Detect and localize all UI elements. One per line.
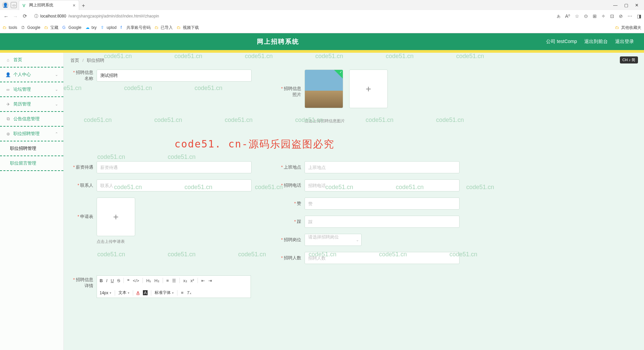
other-bookmarks[interactable]: 🗀其他收藏夹 xyxy=(615,25,641,31)
strike-button[interactable]: S xyxy=(117,278,120,283)
bookmark-google2[interactable]: GGoogle xyxy=(62,25,82,30)
close-tab-icon[interactable]: × xyxy=(73,3,75,8)
more-icon[interactable]: ⋯ xyxy=(628,13,632,19)
user-label[interactable]: 公司 testComp xyxy=(546,39,577,45)
star-icon[interactable]: ✧ xyxy=(601,13,605,19)
bookmark-video[interactable]: 🗀视频下载 xyxy=(177,25,199,31)
favorite-icon[interactable]: ☆ xyxy=(575,13,579,19)
new-tab-button[interactable]: + xyxy=(79,1,88,10)
underline-button[interactable]: U xyxy=(111,278,114,283)
outdent-button[interactable]: ⇥ xyxy=(208,278,212,283)
nav-bar: ← → ⟳ ⓘ localhost:8080/wangshangzaopinj/… xyxy=(0,10,644,22)
home-icon: ⌂ xyxy=(5,57,11,62)
align-button[interactable]: ≡ xyxy=(181,290,183,295)
dislike-label: 踩 xyxy=(278,219,305,225)
bookmark-uplod[interactable]: ⇧uplod xyxy=(101,25,116,30)
like-input[interactable] xyxy=(305,198,460,210)
browser-tab[interactable]: V 网上招聘系统 × xyxy=(19,0,79,10)
like-label: 赞 xyxy=(278,201,305,207)
bold-button[interactable]: B xyxy=(100,278,103,283)
logout-front-link[interactable]: 退出到前台 xyxy=(584,39,608,45)
bookmark-share[interactable]: f共享账号密码 xyxy=(120,25,151,31)
dislike-input[interactable] xyxy=(305,216,460,228)
quote-button[interactable]: ❝ xyxy=(127,278,129,283)
phone-input[interactable] xyxy=(305,179,460,191)
forward-button[interactable]: → xyxy=(12,13,19,19)
bookmark-txy[interactable]: ☁txy xyxy=(86,25,97,30)
uploaded-thumbnail[interactable] xyxy=(305,70,343,108)
minimize-button[interactable]: — xyxy=(613,3,618,8)
sync-icon[interactable]: ⊙ xyxy=(584,13,588,19)
back-button[interactable]: ← xyxy=(3,13,9,19)
app-layout: ⌂ 首页 👤 个人中心 ⌄ ∞ 论坛管理 ⌄ ✈ 简历管理 ⌄ ⧉ 公告信息管理 xyxy=(0,53,644,350)
folder-icon: 🗀 xyxy=(44,25,49,30)
sidebar-sub-message[interactable]: 职位留言管理 xyxy=(0,156,63,171)
ordered-list-button[interactable]: ≡ xyxy=(166,278,169,283)
sidebar-item-notice[interactable]: ⧉ 公告信息管理 xyxy=(0,112,63,127)
font-color-button[interactable]: A xyxy=(137,290,140,295)
bookmark-baozang[interactable]: 🗀宝藏 xyxy=(44,25,58,31)
contact-input[interactable] xyxy=(97,179,252,191)
breadcrumb: 首页 / 职位招聘 xyxy=(70,57,637,63)
sidebar-toggle-icon[interactable]: ◨ xyxy=(637,13,641,19)
block-icon[interactable]: ⊘ xyxy=(619,13,623,19)
extension-icon[interactable]: ⊡ xyxy=(610,13,614,19)
workspace-icon[interactable]: ▭ xyxy=(11,2,17,8)
salary-input[interactable] xyxy=(97,161,252,173)
google-icon: G xyxy=(62,25,67,30)
h2-button[interactable]: H₂ xyxy=(154,278,159,283)
detail-label: 招聘信息详情 xyxy=(70,275,97,289)
caret-icon: ▾ xyxy=(110,291,111,295)
bg-color-button[interactable]: A xyxy=(143,290,148,295)
upload-photo-button[interactable]: + xyxy=(349,70,388,108)
title-bar: 👤 ▭ V 网上招聘系统 × + — ▢ ✕ xyxy=(0,0,644,10)
bookmark-imported[interactable]: 🗀已导入 xyxy=(155,25,173,31)
collections-icon[interactable]: ⊞ xyxy=(593,13,597,19)
headcount-input[interactable] xyxy=(305,252,460,264)
main-content: 首页 / 职位招聘 招聘信息名称 招聘信息照片 xyxy=(64,53,644,350)
clear-format-button[interactable]: Tₓ xyxy=(187,290,192,295)
position-select[interactable]: 请选择招聘岗位 xyxy=(305,234,362,246)
ime-indicator[interactable]: CH ♪ 简 xyxy=(620,56,638,63)
sidebar-item-recruit[interactable]: ⊕ 职位招聘管理 ⌃ xyxy=(0,127,63,141)
sidebar-item-personal[interactable]: 👤 个人中心 ⌄ xyxy=(0,68,63,82)
translate-icon[interactable]: あ xyxy=(557,14,560,19)
logout-link[interactable]: 退出登录 xyxy=(615,39,634,45)
location-label: 上班地点 xyxy=(278,164,305,170)
text-style-select[interactable]: 文本▾ xyxy=(118,290,129,296)
font-family-select[interactable]: 标准字体▾ xyxy=(155,290,174,296)
location-input[interactable] xyxy=(305,161,460,173)
read-aloud-icon[interactable]: A⁰ xyxy=(565,13,570,19)
close-window-button[interactable]: ✕ xyxy=(635,3,639,8)
sidebar-item-forum[interactable]: ∞ 论坛管理 ⌄ xyxy=(0,82,63,97)
upload-application-button[interactable]: + xyxy=(97,198,135,236)
h1-button[interactable]: H₁ xyxy=(146,278,151,283)
indent-button[interactable]: ⇤ xyxy=(201,278,205,283)
profile-icon[interactable]: 👤 xyxy=(2,2,9,8)
maximize-button[interactable]: ▢ xyxy=(624,3,628,8)
unordered-list-button[interactable]: ☰ xyxy=(172,278,176,283)
sidebar-item-home[interactable]: ⌂ 首页 xyxy=(0,53,63,68)
window-controls: — ▢ ✕ xyxy=(613,3,642,8)
watermark-text: code51. cn-源码乐园盗图必究 xyxy=(174,137,637,151)
code-button[interactable]: </> xyxy=(133,278,139,283)
breadcrumb-home[interactable]: 首页 xyxy=(70,58,79,63)
chevron-down-icon: ⌄ xyxy=(55,73,58,77)
bookmark-tools[interactable]: 🗀tools xyxy=(3,25,17,30)
superscript-button[interactable]: x² xyxy=(191,278,194,283)
url-host: localhost:8080 xyxy=(40,14,66,18)
refresh-button[interactable]: ⟳ xyxy=(21,13,28,19)
rich-text-toolbar: B I U S ❝ </> H₁ H₂ ≡ ☰ x₂ x² xyxy=(97,275,251,298)
plus-icon: + xyxy=(113,212,118,222)
app-root: 网上招聘系统 公司 testComp 退出到前台 退出登录 ⌂ 首页 👤 个人中… xyxy=(0,33,644,350)
bookmark-google[interactable]: 🗋Google xyxy=(21,25,40,30)
subscript-button[interactable]: x₂ xyxy=(183,278,187,283)
font-size-select[interactable]: 14px▾ xyxy=(100,291,111,295)
italic-button[interactable]: I xyxy=(106,278,107,283)
sidebar: ⌂ 首页 👤 个人中心 ⌄ ∞ 论坛管理 ⌄ ✈ 简历管理 ⌄ ⧉ 公告信息管理 xyxy=(0,53,64,350)
recruit-name-input[interactable] xyxy=(97,70,252,82)
sidebar-item-resume[interactable]: ✈ 简历管理 ⌄ xyxy=(0,97,63,112)
sidebar-sub-recruit[interactable]: 职位招聘管理 xyxy=(0,141,63,156)
address-bar[interactable]: ⓘ localhost:8080/wangshangzaopinj/admin/… xyxy=(31,12,554,20)
folder-icon: 🗀 xyxy=(177,25,181,30)
